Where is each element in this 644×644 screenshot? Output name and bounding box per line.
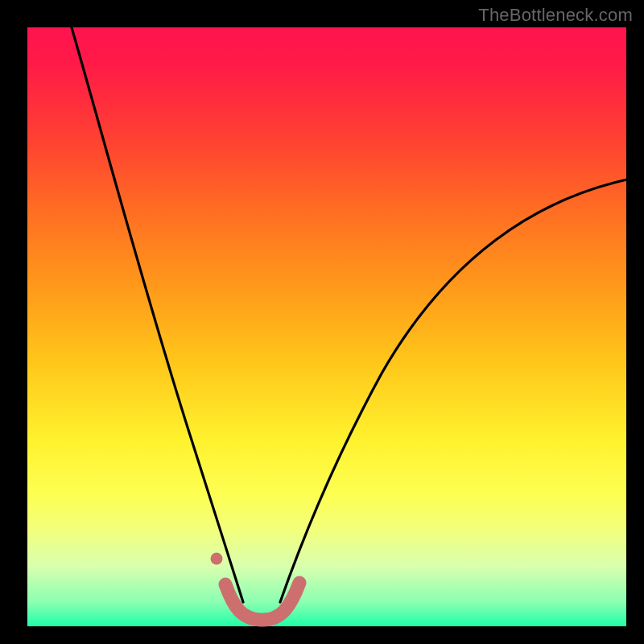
- curve-layer: [27, 27, 626, 626]
- right-curve: [280, 177, 639, 602]
- watermark-text: TheBottleneck.com: [478, 5, 633, 26]
- left-dot: [211, 553, 223, 565]
- bottom-segment: [225, 583, 299, 620]
- chart-frame: TheBottleneck.com: [0, 0, 644, 644]
- plot-area: [27, 27, 626, 626]
- left-curve: [69, 19, 243, 602]
